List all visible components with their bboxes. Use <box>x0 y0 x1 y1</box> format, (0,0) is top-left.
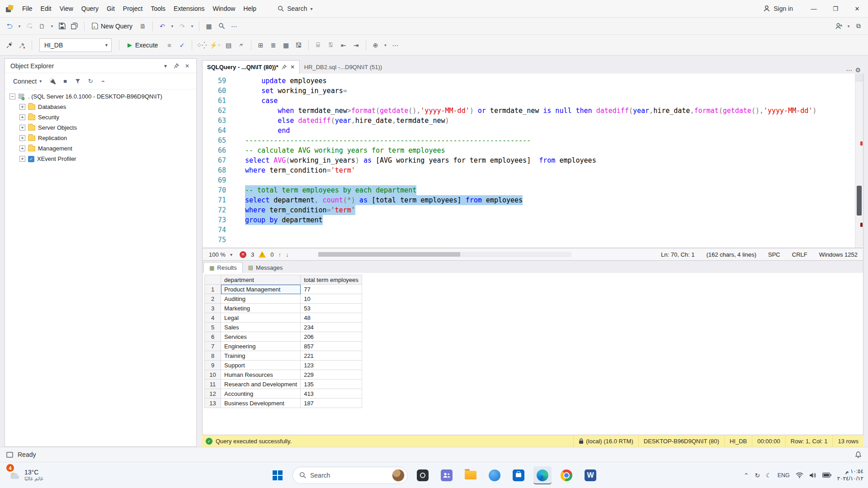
chrome-browser-icon[interactable] <box>557 466 576 484</box>
minimize-button[interactable]: — <box>803 0 825 17</box>
close-button[interactable]: ✕ <box>846 0 868 17</box>
weather-widget[interactable]: 4 13°C غائم غالبًا <box>5 462 47 488</box>
next-issue-icon[interactable]: ↓ <box>286 251 289 258</box>
space-mode[interactable]: SPC <box>768 251 780 258</box>
code-line-64[interactable]: 64 end <box>203 126 863 136</box>
code-line-74[interactable]: 74 <box>203 225 863 235</box>
expand-icon[interactable]: + <box>19 104 25 110</box>
tree-node-databases[interactable]: + Databases <box>5 102 196 112</box>
code-line-67[interactable]: 67select AVG(working_in_years) as [AVG w… <box>203 155 863 165</box>
tree-node-replication[interactable]: + Replication <box>5 133 196 143</box>
code-line-69[interactable]: 69 <box>203 175 863 185</box>
code-line-65[interactable]: 65--------------------------------------… <box>203 136 863 145</box>
sync-icon[interactable]: ↻ <box>755 472 760 479</box>
grid-cell[interactable]: Human Resources <box>221 370 301 380</box>
include-actual-plan-icon[interactable]: ⊞ <box>255 39 267 51</box>
menu-item-git[interactable]: Git <box>103 0 119 17</box>
previous-issue-icon[interactable]: ↑ <box>278 251 281 258</box>
database-selector[interactable]: HI_DB ▼ <box>39 38 112 52</box>
menu-item-window[interactable]: Window <box>209 0 240 17</box>
grid-corner-cell[interactable] <box>205 275 221 285</box>
toolbar-overflow-icon[interactable]: ⋯ <box>228 20 240 32</box>
template-dropdown-icon[interactable]: ▾ <box>382 39 389 51</box>
globe-app-icon[interactable] <box>486 466 504 484</box>
sign-in-button[interactable]: Sign in <box>763 5 793 12</box>
tree-node-server[interactable]: − . (SQL Server 16.0.1000 - DESKTOP-B96D… <box>5 91 196 102</box>
back-dropdown-icon[interactable]: ▾ <box>16 20 23 32</box>
cancel-query-icon[interactable]: ■ <box>164 39 175 51</box>
row-number[interactable]: 10 <box>205 370 221 380</box>
grid-cell[interactable]: Engineering <box>221 342 301 351</box>
taskbar-clock[interactable]: ١٠:٥٤ م ٢٠٢٤/١٠/١٢ <box>837 468 863 482</box>
grid-cell[interactable]: Legal <box>221 313 301 323</box>
new-file-icon[interactable]: 🗋 <box>36 20 48 32</box>
navigate-back-icon[interactable]: ⮌ <box>4 20 15 32</box>
row-number[interactable]: 6 <box>205 332 221 342</box>
tab-sqlquery[interactable]: SQLQuery - ...QN\IT (80))* ✕ <box>202 60 300 74</box>
grid-cell[interactable]: Sales <box>221 323 301 332</box>
row-number[interactable]: 12 <box>205 389 221 399</box>
grid-cell[interactable]: 187 <box>301 399 362 408</box>
edge-browser-icon[interactable] <box>533 466 552 484</box>
pin-icon[interactable] <box>171 61 182 71</box>
expand-icon[interactable]: + <box>19 114 25 120</box>
live-query-stats-icon[interactable]: ⚡⁘ <box>209 39 222 51</box>
navigate-forward-icon[interactable]: ⮎ <box>24 20 35 32</box>
intellisense-icon[interactable]: 🗲 <box>236 39 247 51</box>
code-line-63[interactable]: 63 else datediff(year,hire_date,termdate… <box>203 116 863 126</box>
grid-cell[interactable]: 229 <box>301 370 362 380</box>
new-notebook-icon[interactable]: 🗎 <box>137 20 149 32</box>
display-estimated-plan-icon[interactable]: ⁘⁛ <box>196 39 208 51</box>
wifi-icon[interactable] <box>796 472 803 478</box>
zoom-selector[interactable]: 100 % ▾ <box>206 250 235 259</box>
sql-toolbar-overflow-icon[interactable]: ⋯ <box>390 39 401 51</box>
taskbar-search-box[interactable]: Search <box>292 467 408 484</box>
code-line-73[interactable]: 73group by department <box>203 215 863 225</box>
menu-item-view[interactable]: View <box>56 0 77 17</box>
code-line-72[interactable]: 72where term_condition='term' <box>203 205 863 215</box>
parse-query-icon[interactable]: ✓ <box>176 39 188 51</box>
menu-search-control[interactable]: Search ▾ <box>273 3 317 14</box>
query-options-icon[interactable]: ▤ <box>223 39 235 51</box>
save-icon[interactable] <box>56 20 68 32</box>
code-line-66[interactable]: 66-- calculate AVG working years for ter… <box>203 145 863 155</box>
new-query-button[interactable]: New Query <box>88 20 136 33</box>
specify-template-values-icon[interactable]: ⊕ <box>370 39 382 51</box>
code-line-61[interactable]: 61 case <box>203 96 863 106</box>
grid-cell[interactable]: 221 <box>301 351 362 361</box>
close-icon[interactable]: ✕ <box>182 61 193 71</box>
window-layout-icon[interactable]: ⧉ <box>853 20 864 32</box>
editor-horizontal-scrollbar[interactable] <box>318 252 571 257</box>
uncomment-selection-icon[interactable]: ⍂ <box>325 39 337 51</box>
collapse-icon[interactable]: − <box>9 94 15 99</box>
tab-results[interactable]: ▦ Results <box>203 262 243 273</box>
grid-cell[interactable]: Services <box>221 332 301 342</box>
filter-icon[interactable] <box>72 76 83 87</box>
grid-cell[interactable]: 135 <box>301 380 362 389</box>
grid-cell[interactable]: Training <box>221 351 301 361</box>
connect-dropdown[interactable]: Connect ▾ <box>9 76 45 86</box>
expand-icon[interactable]: + <box>19 145 25 151</box>
error-count[interactable]: 3 <box>251 251 254 258</box>
editor-vertical-scrollbar[interactable] <box>855 74 863 248</box>
code-line-70[interactable]: 70-- total term employees by each depart… <box>203 185 863 195</box>
language-indicator[interactable]: ENG <box>778 472 790 479</box>
scrollbar-thumb[interactable] <box>857 186 862 216</box>
grid-cell[interactable]: Accounting <box>221 389 301 399</box>
code-line-68[interactable]: 68where term_condition='term' <box>203 165 863 175</box>
feedback-icon[interactable] <box>833 20 844 32</box>
save-all-icon[interactable] <box>69 20 80 32</box>
column-header-department[interactable]: department <box>221 275 301 285</box>
expand-icon[interactable]: + <box>19 135 25 141</box>
feedback-dropdown-icon[interactable]: ▾ <box>845 20 852 32</box>
redo-dropdown-icon[interactable]: ▾ <box>189 20 195 32</box>
file-explorer-icon[interactable] <box>462 466 480 484</box>
battery-icon[interactable] <box>822 473 831 478</box>
code-line-59[interactable]: 59 update employees <box>203 76 863 86</box>
menu-item-extensions[interactable]: Extensions <box>170 0 208 17</box>
undo-icon[interactable]: ↶ <box>156 20 168 32</box>
outdent-icon[interactable]: ⇤ <box>338 39 349 51</box>
row-number[interactable]: 4 <box>205 313 221 323</box>
grid-cell[interactable]: 206 <box>301 332 362 342</box>
find-in-files-icon[interactable] <box>216 20 227 32</box>
